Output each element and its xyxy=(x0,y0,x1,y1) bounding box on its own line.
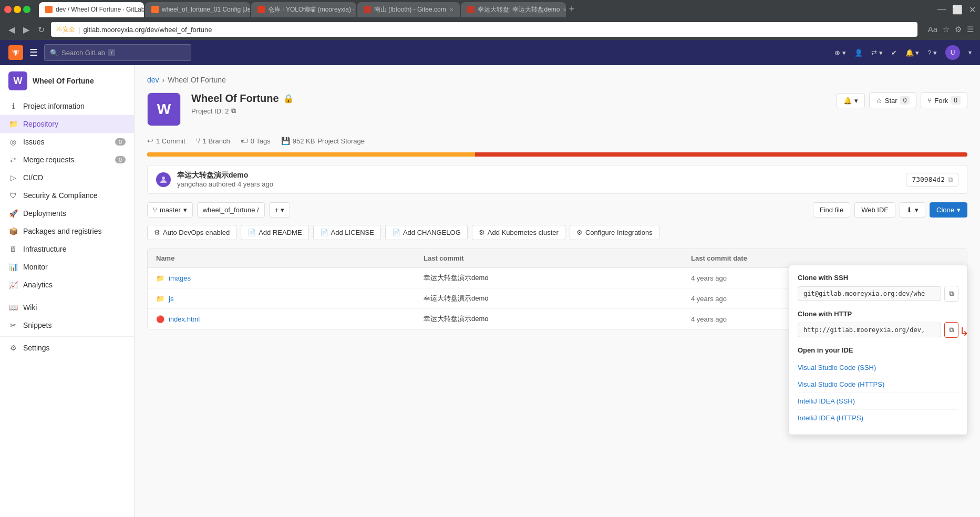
clone-http-input[interactable]: http://gitlab.mooreyxia.org/dev, xyxy=(798,323,941,337)
sidebar-item-cicd[interactable]: ▷ CI/CD xyxy=(0,169,134,187)
sidebar-item-security[interactable]: 🛡 Security & Compliance xyxy=(0,187,134,204)
forward-btn[interactable]: ▶ xyxy=(21,23,32,37)
profile-icon[interactable]: 👤 xyxy=(854,49,863,57)
tab-label: dev / Wheel Of Fortune · GitLab xyxy=(56,6,144,13)
close-window-btn[interactable] xyxy=(4,6,12,13)
ide-option-vsc-https[interactable]: Visual Studio Code (HTTPS) xyxy=(798,376,958,393)
file-name-images[interactable]: 📁 images xyxy=(156,274,424,282)
close-icon[interactable]: ✕ xyxy=(969,5,976,15)
configure-integrations-btn[interactable]: ⚙ Configure Integrations xyxy=(570,225,659,240)
sidebar-item-packages[interactable]: 📦 Packages and registries xyxy=(0,222,134,240)
browser-tab-active[interactable]: dev / Wheel Of Fortune · GitLab ✕ xyxy=(39,2,144,17)
add-changelog-btn[interactable]: 📄 Add CHANGELOG xyxy=(385,225,468,240)
auto-devops-btn[interactable]: ⚙ Auto DevOps enabled xyxy=(147,225,236,240)
tab-5-close-btn[interactable]: ✕ xyxy=(563,7,565,13)
refresh-icon[interactable]: ☆ xyxy=(943,25,950,34)
merge-requests-icon[interactable]: ⇄ ▾ xyxy=(871,49,883,57)
tab-favicon-5 xyxy=(467,6,474,13)
clone-http-title: Clone with HTTP xyxy=(798,310,958,318)
commit-authored: authored 4 years ago xyxy=(209,180,273,188)
sidebar-project-header[interactable]: W Wheel Of Fortune xyxy=(0,65,134,97)
add-kubernetes-btn[interactable]: ⚙ Add Kubernetes cluster xyxy=(472,225,565,240)
sidebar-item-settings[interactable]: ⚙ Settings xyxy=(0,339,134,357)
sidebar-label-packages: Packages and registries xyxy=(23,227,101,235)
copy-http-btn[interactable]: ⧉ xyxy=(944,322,958,338)
browser-tab-4[interactable]: 南山 (lbtooth) - Gitee.com ✕ xyxy=(357,2,460,17)
folder-icon-images: 📁 xyxy=(156,274,164,282)
sidebar-item-merge-requests[interactable]: ⇄ Merge requests 0 xyxy=(0,151,134,169)
tags-stat[interactable]: 🏷 0 Tags xyxy=(241,137,271,145)
browser-tab-5[interactable]: 幸运大转盘: 幸运大转盘demo ✕ xyxy=(461,2,566,17)
file-name-js[interactable]: 📁 js xyxy=(156,295,424,303)
back-btn[interactable]: ◀ xyxy=(6,23,17,37)
minimize-icon[interactable]: — xyxy=(937,5,946,14)
clone-btn[interactable]: Clone ▾ xyxy=(930,202,967,218)
minimize-window-btn[interactable] xyxy=(14,6,21,13)
package-icon: 📦 xyxy=(8,226,18,236)
notifications-icon[interactable]: 🔔 ▾ xyxy=(905,49,920,57)
ide-option-intellij-ssh[interactable]: IntelliJ IDEA (SSH) xyxy=(798,393,958,410)
settings-icon[interactable]: ⚙ xyxy=(955,25,962,34)
avatar-chevron[interactable]: ▾ xyxy=(968,49,972,56)
branch-selector[interactable]: ⑂ master ▾ xyxy=(147,202,193,218)
notifications-btn[interactable]: 🔔 ▾ xyxy=(837,93,865,108)
reload-btn[interactable]: ↻ xyxy=(36,23,47,37)
commit-hash[interactable]: 730984d2 ⧉ xyxy=(906,173,958,187)
gitlab-search[interactable]: 🔍 Search GitLab / xyxy=(44,44,191,61)
ide-option-intellij-https[interactable]: IntelliJ IDEA (HTTPS) xyxy=(798,410,958,426)
ide-option-vsc-ssh[interactable]: Visual Studio Code (SSH) xyxy=(798,359,958,376)
copy-hash-btn[interactable]: ⧉ xyxy=(948,175,953,184)
file-commit-index: 幸运大转盘演示demo xyxy=(424,314,691,324)
browser-tab-3[interactable]: 仓库 · YOLO懒喵 (mooreyxia) · G... ✕ xyxy=(251,2,356,17)
restore-icon[interactable]: ⬜ xyxy=(952,5,963,15)
project-title: Wheel Of Fortune xyxy=(191,92,279,105)
user-avatar[interactable]: U xyxy=(945,45,960,60)
new-tab-btn[interactable]: ＋ xyxy=(567,2,576,17)
copy-ssh-btn[interactable]: ⧉ xyxy=(944,286,958,302)
sidebar-item-snippets[interactable]: ✂ Snippets xyxy=(0,316,134,334)
download-btn[interactable]: ⬇ ▾ xyxy=(900,202,925,218)
sidebar-toggle-icon[interactable]: ☰ xyxy=(967,25,974,34)
copy-id-btn[interactable]: ⧉ xyxy=(231,107,236,115)
add-readme-btn[interactable]: 📄 Add README xyxy=(241,225,308,240)
gitlab-logo[interactable] xyxy=(8,45,23,60)
help-icon[interactable]: ? ▾ xyxy=(927,49,937,57)
sidebar-item-wiki[interactable]: 📖 Wiki xyxy=(0,298,134,316)
path-name: wheel_of_fortune xyxy=(203,206,255,214)
tab-4-close-btn[interactable]: ✕ xyxy=(449,7,453,13)
main-layout: W Wheel Of Fortune ℹ Project information… xyxy=(0,65,980,517)
sidebar-toggle-btn[interactable]: ☰ xyxy=(29,47,38,58)
breadcrumb-root[interactable]: dev xyxy=(147,76,159,84)
find-file-btn[interactable]: Find file xyxy=(813,202,851,218)
web-ide-btn[interactable]: Web IDE xyxy=(854,202,895,218)
tab-label-3: 仓库 · YOLO懒喵 (mooreyxia) · G... xyxy=(268,5,356,14)
issues-icon[interactable]: ✔ xyxy=(891,49,897,57)
maximize-window-btn[interactable] xyxy=(23,6,30,13)
kubernetes-icon: ⚙ xyxy=(479,229,485,236)
create-new-btn[interactable]: ⊕ ▾ xyxy=(834,49,846,57)
sidebar-item-deployments[interactable]: 🚀 Deployments xyxy=(0,204,134,222)
sidebar-item-monitor[interactable]: 📊 Monitor xyxy=(0,258,134,276)
star-btn[interactable]: ☆ Star 0 xyxy=(869,92,917,108)
browser-tab-2[interactable]: wheel_of_fortune_01 Config [Jen... ✕ xyxy=(145,2,250,17)
sidebar-item-issues[interactable]: ◎ Issues 0 xyxy=(0,133,134,151)
sidebar-item-analytics[interactable]: 📈 Analytics xyxy=(0,276,134,294)
add-file-btn[interactable]: + ▾ xyxy=(269,202,291,218)
storage-icon: 💾 xyxy=(281,137,290,145)
translate-icon[interactable]: Aa xyxy=(928,25,937,34)
browser-chrome: dev / Wheel Of Fortune · GitLab ✕ wheel_… xyxy=(0,0,980,19)
sidebar-label-repository: Repository xyxy=(23,120,58,128)
add-license-btn[interactable]: 📄 Add LICENSE xyxy=(313,225,381,240)
repository-icon: 📁 xyxy=(8,119,18,129)
file-name-index[interactable]: 🔴 index.html xyxy=(156,315,424,323)
fork-btn[interactable]: ⑂ Fork 0 xyxy=(921,92,967,108)
clone-ssh-input[interactable]: git@gitlab.mooreyxia.org:dev/whe xyxy=(798,286,941,301)
branches-stat[interactable]: ⑂ 1 Branch xyxy=(196,137,230,145)
address-bar[interactable]: 不安全 | gitlab.mooreyxia.org/dev/wheel_of_… xyxy=(51,22,917,37)
sidebar-item-repository[interactable]: 📁 Repository xyxy=(0,115,134,133)
commits-stat[interactable]: ↩ 1 Commit xyxy=(147,137,185,145)
path-separator: / xyxy=(257,206,259,214)
sidebar-item-infrastructure[interactable]: 🖥 Infrastructure xyxy=(0,240,134,258)
fork-label: Fork xyxy=(934,97,948,105)
sidebar-item-project-info[interactable]: ℹ Project information xyxy=(0,97,134,115)
